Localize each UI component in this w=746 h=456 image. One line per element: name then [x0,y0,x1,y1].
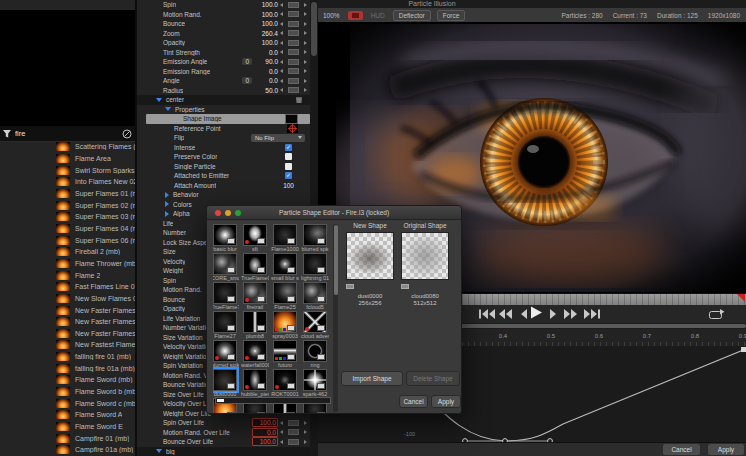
clear-search-icon[interactable] [122,129,132,139]
disclosure-right-icon[interactable] [165,192,169,198]
shape-thumbnail-futuro[interactable] [273,340,297,362]
new-shape-thumbnail[interactable] [346,232,394,280]
shape-thumbnail-spray0003[interactable] [273,311,297,333]
library-item-flame-2[interactable]: Flame 2 [0,269,135,281]
row-spin[interactable]: Spin100.0 [137,0,310,10]
step-back-button[interactable] [517,308,528,320]
shape-thumbnail-blurred-spk[interactable] [303,224,327,246]
library-item-into-flames-new-02-mb[interactable]: Into Flames New 02 (mb) [0,176,135,188]
library-item-new-faster-flames-01[interactable]: New Faster Flames 01 [0,304,135,316]
row-tint-strength[interactable]: Tint Strength0.0 [137,48,310,58]
row-spin-over-life[interactable]: Spin Over Life100.0 [137,418,310,428]
keyframed-value[interactable]: 0.0 [252,428,278,437]
library-item-flame-sword-b-mb[interactable]: Flame Sword b (mb) [0,386,135,398]
value-stepper[interactable] [280,30,307,37]
keyframe-curve[interactable] [420,348,746,441]
shape-thumbnail-ring[interactable] [303,340,327,362]
original-shape-thumbnail[interactable] [401,232,449,280]
library-item-flame-area[interactable]: Flame Area [0,153,135,165]
shape-thumbnail-spark-462[interactable] [303,369,327,391]
record-button[interactable] [348,11,363,20]
param-value[interactable]: 260.4 [262,30,278,37]
library-item-super-flames-06-mb[interactable]: Super Flames 06 (mb) [0,234,135,246]
loop-playback-button[interactable] [708,308,725,320]
pre-value[interactable]: 0 [242,58,252,65]
value-stepper[interactable] [280,39,307,46]
value-stepper[interactable] [280,438,307,445]
library-item-new-slow-flames-01[interactable]: New Slow Flames 01 [0,293,135,305]
fast-rewind-button[interactable] [497,308,513,320]
fast-forward-button[interactable] [563,308,579,320]
skip-to-start-button[interactable] [478,308,496,320]
play-button[interactable] [530,306,543,318]
library-item-flame-sword-e[interactable]: Flame Sword E [0,421,135,433]
delete-shape-button[interactable]: Delete Shape [406,371,460,386]
keyframed-value[interactable]: 100.0 [252,437,278,446]
row-emission-angle[interactable]: Emission Angle090.0 [137,57,310,67]
row-attach-amount[interactable]: Attach Amount100 [137,181,310,191]
flip-dropdown[interactable]: No Flip [251,134,305,142]
row-motion-rand-over-life[interactable]: Motion Rand. Over Life0.0 [137,428,310,438]
value-stepper[interactable] [280,87,307,94]
shape-thumbnail-plumb8[interactable] [243,311,267,333]
reference-point-icon[interactable] [287,124,298,133]
dialog-apply-button[interactable]: Apply [431,395,461,408]
disclosure-right-icon[interactable] [165,201,169,207]
value-stepper[interactable] [280,49,307,56]
library-item-campfire-01-mb[interactable]: Campfire 01 (mb) [0,432,135,444]
library-item-campfire-01a-mb[interactable]: Campfire 01a (mb) [0,444,135,456]
row-single-particle[interactable]: Single Particle [137,162,310,172]
row-motion-rand[interactable]: Motion Rand.100.0 [137,10,310,20]
library-item-super-flames-04-mb[interactable]: Super Flames 04 (mb?) [0,223,135,235]
value-stepper[interactable] [280,20,307,27]
row-opacity[interactable]: Opacity100.0 [137,38,310,48]
library-item-new-faster-flames-03-mb[interactable]: New Faster Flames 03 (mb) [0,328,135,340]
value-stepper[interactable] [280,419,307,426]
row-bounce-over-life[interactable]: Bounce Over Life100.0 [137,437,310,447]
row-behavior[interactable]: Behavior [137,190,310,200]
shape-thumbnail-core-smo[interactable] [213,253,237,275]
row-properties[interactable]: Properties [137,105,310,115]
delete-emitter-icon[interactable] [296,96,302,103]
library-item-super-flames-02-mb[interactable]: Super Flames 02 (mb) [0,199,135,211]
library-item-flame-sword-a[interactable]: Flame Sword A [0,409,135,421]
shape-thumbnail-blurred-spik[interactable] [213,340,237,362]
library-item-flame-sword-c-mb[interactable]: Flame Sword c (mb) [0,397,135,409]
playhead-marker[interactable] [737,294,745,302]
param-value[interactable]: 100 [283,182,294,189]
shape-thumbnail-trueflame04[interactable] [243,253,267,275]
library-item-super-flames-01-mb[interactable]: Super Flames 01 (mb) [0,188,135,200]
shape-thumbnail-waterfall0000[interactable] [243,340,267,362]
import-shape-button[interactable]: Import Shape [341,371,403,386]
row-bounce[interactable]: Bounce100.0 [137,19,310,29]
row-big[interactable]: big [137,447,310,456]
hud-toggle[interactable]: HUD [371,12,385,19]
shape-thumbnail-flame1000[interactable] [273,224,297,246]
row-shape-image[interactable]: Shape Image [146,114,310,124]
shape-thumbnail-hubble-piers[interactable] [243,369,267,391]
library-item-flame-sword-mb[interactable]: Flame Sword (mb) [0,374,135,386]
dialog-traffic-lights[interactable] [215,210,241,216]
row-flip[interactable]: FlipNo Flip [137,133,310,143]
row-radius[interactable]: Radius50.0 [137,86,310,96]
shape-thumbnail-cloud-adven[interactable] [303,311,327,333]
param-value[interactable]: 100.0 [262,39,278,46]
force-button[interactable]: Force [437,10,466,21]
zoom-level-dropdown[interactable]: 100% [318,12,348,19]
shape-grid-scrollbar[interactable] [333,224,338,412]
shape-thumbnail-rokt0001[interactable] [273,369,297,391]
keyframed-value[interactable]: 100.0 [252,418,278,427]
value-stepper[interactable] [280,1,307,8]
param-value[interactable]: 100.0 [262,20,278,27]
dialog-minimize-icon[interactable] [225,210,231,216]
pre-value[interactable]: 0 [242,77,252,84]
param-value[interactable]: 100.0 [262,1,278,8]
apply-button[interactable]: Apply [708,444,744,455]
shape-thumbnail-trueflame7[interactable] [213,282,237,304]
library-item-new-fastest-flames-01-mb[interactable]: New Fastest Flames 01 (mb+) [0,339,135,351]
param-value[interactable]: 0.0 [269,77,278,84]
shape-thumbnail-small-blur-st[interactable] [273,253,297,275]
cancel-button[interactable]: Cancel [663,444,700,455]
library-item-swirl-storm-sparks-01-mb[interactable]: Swirl Storm Sparks 01 (mb) [0,164,135,176]
value-stepper[interactable] [280,68,307,75]
